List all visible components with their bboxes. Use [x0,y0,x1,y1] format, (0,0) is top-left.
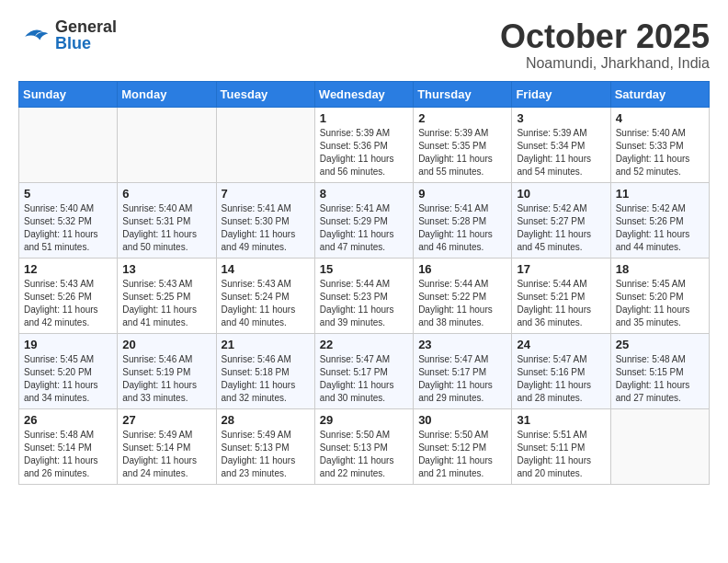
logo-general-text: General [55,18,117,35]
calendar-cell: 1Sunrise: 5:39 AMSunset: 5:36 PMDaylight… [314,107,413,182]
day-number: 18 [616,262,704,276]
day-info: Sunrise: 5:44 AMSunset: 5:23 PMDaylight:… [320,278,408,329]
weekday-header-monday: Monday [118,81,216,107]
month-title: October 2025 [500,18,710,55]
day-info: Sunrise: 5:46 AMSunset: 5:19 PMDaylight:… [122,353,210,405]
day-info: Sunrise: 5:47 AMSunset: 5:17 PMDaylight:… [418,353,506,405]
calendar-cell: 20Sunrise: 5:46 AMSunset: 5:19 PMDayligh… [118,333,216,408]
calendar-cell: 23Sunrise: 5:47 AMSunset: 5:17 PMDayligh… [414,333,512,408]
day-number: 5 [24,187,112,201]
calendar-week-4: 19Sunrise: 5:45 AMSunset: 5:20 PMDayligh… [19,333,710,408]
logo-blue-text: Blue [55,35,117,52]
day-info: Sunrise: 5:49 AMSunset: 5:14 PMDaylight:… [122,429,210,480]
day-number: 12 [24,262,112,276]
day-info: Sunrise: 5:40 AMSunset: 5:33 PMDaylight:… [616,127,704,178]
calendar-cell: 22Sunrise: 5:47 AMSunset: 5:17 PMDayligh… [314,333,413,408]
calendar-cell: 7Sunrise: 5:41 AMSunset: 5:30 PMDaylight… [216,182,314,258]
calendar-cell: 19Sunrise: 5:45 AMSunset: 5:20 PMDayligh… [19,333,118,408]
logo-icon [18,18,51,52]
day-info: Sunrise: 5:41 AMSunset: 5:28 PMDaylight:… [418,202,506,254]
day-number: 8 [320,187,408,201]
day-number: 27 [122,413,210,427]
day-info: Sunrise: 5:47 AMSunset: 5:17 PMDaylight:… [320,353,408,405]
day-info: Sunrise: 5:44 AMSunset: 5:21 PMDaylight:… [517,278,605,329]
calendar-week-3: 12Sunrise: 5:43 AMSunset: 5:26 PMDayligh… [19,258,710,333]
calendar-cell: 18Sunrise: 5:45 AMSunset: 5:20 PMDayligh… [610,258,709,333]
day-number: 21 [222,338,310,351]
day-number: 25 [616,338,704,351]
day-number: 14 [222,262,310,276]
day-info: Sunrise: 5:46 AMSunset: 5:18 PMDaylight:… [222,353,310,405]
day-number: 24 [517,338,605,351]
day-number: 13 [122,262,210,276]
calendar-week-1: 1Sunrise: 5:39 AMSunset: 5:36 PMDaylight… [19,107,710,182]
day-number: 15 [320,262,408,276]
day-info: Sunrise: 5:45 AMSunset: 5:20 PMDaylight:… [616,278,704,329]
day-number: 16 [418,262,506,276]
calendar-cell: 2Sunrise: 5:39 AMSunset: 5:35 PMDaylight… [414,107,512,182]
calendar-cell: 25Sunrise: 5:48 AMSunset: 5:15 PMDayligh… [610,333,709,408]
calendar-cell: 4Sunrise: 5:40 AMSunset: 5:33 PMDaylight… [610,107,709,182]
day-info: Sunrise: 5:48 AMSunset: 5:14 PMDaylight:… [24,429,112,480]
weekday-header-saturday: Saturday [610,81,709,107]
day-info: Sunrise: 5:45 AMSunset: 5:20 PMDaylight:… [24,353,112,405]
calendar-cell: 30Sunrise: 5:50 AMSunset: 5:12 PMDayligh… [414,408,512,484]
day-info: Sunrise: 5:47 AMSunset: 5:16 PMDaylight:… [517,353,605,405]
day-info: Sunrise: 5:41 AMSunset: 5:30 PMDaylight:… [222,202,310,254]
day-number: 30 [418,413,506,427]
weekday-header-wednesday: Wednesday [314,81,413,107]
calendar-cell: 17Sunrise: 5:44 AMSunset: 5:21 PMDayligh… [512,258,610,333]
weekday-header-thursday: Thursday [414,81,512,107]
day-number: 6 [122,187,210,201]
day-info: Sunrise: 5:41 AMSunset: 5:29 PMDaylight:… [320,202,408,254]
day-info: Sunrise: 5:43 AMSunset: 5:25 PMDaylight:… [122,278,210,329]
day-number: 26 [24,413,112,427]
weekday-header-tuesday: Tuesday [216,81,314,107]
day-info: Sunrise: 5:48 AMSunset: 5:15 PMDaylight:… [616,353,704,405]
calendar-cell: 9Sunrise: 5:41 AMSunset: 5:28 PMDaylight… [414,182,512,258]
day-number: 19 [24,338,112,351]
day-number: 28 [222,413,310,427]
calendar-cell: 21Sunrise: 5:46 AMSunset: 5:18 PMDayligh… [216,333,314,408]
weekday-header-row: SundayMondayTuesdayWednesdayThursdayFrid… [19,81,710,107]
day-number: 3 [517,111,605,125]
calendar-cell: 29Sunrise: 5:50 AMSunset: 5:13 PMDayligh… [314,408,413,484]
calendar-table: SundayMondayTuesdayWednesdayThursdayFrid… [18,81,710,485]
day-number: 1 [320,111,408,125]
location-title: Noamundi, Jharkhand, India [500,55,710,72]
calendar-cell: 11Sunrise: 5:42 AMSunset: 5:26 PMDayligh… [610,182,709,258]
calendar-cell: 15Sunrise: 5:44 AMSunset: 5:23 PMDayligh… [314,258,413,333]
day-info: Sunrise: 5:50 AMSunset: 5:12 PMDaylight:… [418,429,506,480]
day-info: Sunrise: 5:43 AMSunset: 5:24 PMDaylight:… [222,278,310,329]
calendar-cell: 6Sunrise: 5:40 AMSunset: 5:31 PMDaylight… [118,182,216,258]
weekday-header-sunday: Sunday [19,81,118,107]
page-header: General Blue October 2025 Noamundi, Jhar… [18,18,710,72]
calendar-cell: 10Sunrise: 5:42 AMSunset: 5:27 PMDayligh… [512,182,610,258]
day-info: Sunrise: 5:50 AMSunset: 5:13 PMDaylight:… [320,429,408,480]
day-number: 9 [418,187,506,201]
calendar-cell: 3Sunrise: 5:39 AMSunset: 5:34 PMDaylight… [512,107,610,182]
day-info: Sunrise: 5:42 AMSunset: 5:26 PMDaylight:… [616,202,704,254]
calendar-header: SundayMondayTuesdayWednesdayThursdayFrid… [19,81,710,107]
day-info: Sunrise: 5:40 AMSunset: 5:32 PMDaylight:… [24,202,112,254]
calendar-cell: 31Sunrise: 5:51 AMSunset: 5:11 PMDayligh… [512,408,610,484]
day-info: Sunrise: 5:39 AMSunset: 5:35 PMDaylight:… [418,127,506,178]
day-number: 7 [222,187,310,201]
logo: General Blue [18,18,117,52]
calendar-cell [19,107,118,182]
calendar-cell [610,408,709,484]
calendar-cell: 13Sunrise: 5:43 AMSunset: 5:25 PMDayligh… [118,258,216,333]
calendar-body: 1Sunrise: 5:39 AMSunset: 5:36 PMDaylight… [19,107,710,484]
calendar-cell [216,107,314,182]
day-number: 10 [517,187,605,201]
day-info: Sunrise: 5:49 AMSunset: 5:13 PMDaylight:… [222,429,310,480]
weekday-header-friday: Friday [512,81,610,107]
day-info: Sunrise: 5:44 AMSunset: 5:22 PMDaylight:… [418,278,506,329]
calendar-cell: 26Sunrise: 5:48 AMSunset: 5:14 PMDayligh… [19,408,118,484]
calendar-cell: 24Sunrise: 5:47 AMSunset: 5:16 PMDayligh… [512,333,610,408]
day-number: 20 [122,338,210,351]
logo-text: General Blue [55,18,117,52]
day-number: 29 [320,413,408,427]
day-info: Sunrise: 5:43 AMSunset: 5:26 PMDaylight:… [24,278,112,329]
day-info: Sunrise: 5:42 AMSunset: 5:27 PMDaylight:… [517,202,605,254]
